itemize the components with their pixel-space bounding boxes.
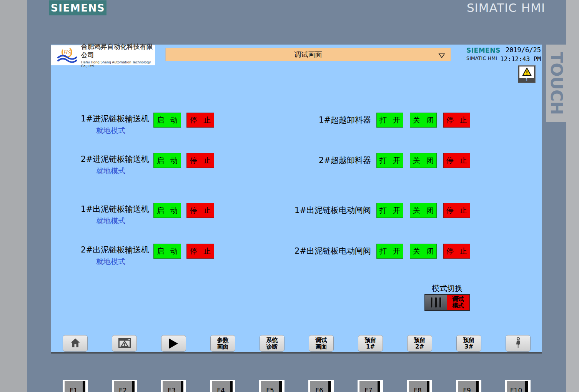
open-button[interactable]: 打 开: [376, 244, 403, 259]
nav-debug-screen-button[interactable]: 调试 画面: [309, 335, 334, 352]
user-login-button[interactable]: [506, 335, 531, 352]
fkey-f3[interactable]: F3: [161, 380, 186, 392]
screen-selector-dropdown[interactable]: 调试画面: [165, 48, 451, 61]
device-row-unloader-2: 2#超越卸料器 打 开 关 闭 停 止: [51, 153, 542, 177]
fkey-label: F1: [65, 381, 85, 392]
mode-state-line2: 模式: [453, 302, 464, 309]
touch-label: TOUCH: [547, 52, 566, 115]
fkey-label: F5: [261, 381, 282, 392]
home-button[interactable]: [63, 335, 88, 352]
company-name-en: Hefei Hong Sheng Automation Technology C…: [81, 60, 155, 68]
nav-label-line1: 调试: [316, 337, 327, 344]
close-button[interactable]: 关 闭: [410, 153, 437, 168]
alarm-indicator-frame: [519, 66, 534, 78]
siemens-logo: SIEMENS: [49, 0, 106, 15]
fkey-f9[interactable]: F9: [456, 380, 481, 392]
open-button[interactable]: 打 开: [376, 203, 403, 218]
open-button[interactable]: 打 开: [376, 113, 403, 128]
nav-label-line1: 预留: [365, 337, 376, 344]
alarm-window-icon: [118, 337, 131, 350]
open-button[interactable]: 打 开: [376, 153, 403, 168]
device-row-gate-valve-2: 2#出泥链板电动闸阀 打 开 关 闭 停 止: [51, 244, 542, 267]
alarm-count: 1: [518, 77, 535, 82]
nav-label-line2: 2#: [415, 344, 424, 350]
brand-block: SIEMENS SIMATIC HMI: [466, 47, 501, 61]
device-name: 1#出泥链板电动闸阀: [294, 203, 371, 218]
device-row-gate-valve-1: 1#出泥链板电动闸阀 打 开 关 闭 停 止: [51, 203, 542, 227]
close-button[interactable]: 关 闭: [410, 113, 437, 128]
siemens-logo-text: SIEMENS: [51, 2, 105, 14]
stop-button[interactable]: 停 止: [443, 153, 470, 168]
mode-switch-state: 调试 模式: [447, 295, 469, 310]
fkey-f7[interactable]: F7: [358, 380, 383, 392]
warning-triangle-icon: [522, 67, 532, 78]
company-name-cn: 合肥鸿昇自动化科技有限公司: [81, 43, 155, 60]
nav-label-line1: 预留: [463, 337, 475, 344]
fkey-label: F2: [114, 381, 135, 392]
nav-label-line2: 3#: [464, 344, 473, 350]
fkey-f4[interactable]: F4: [210, 380, 235, 392]
bezel-right-strip: [566, 0, 579, 392]
fkey-label: F6: [310, 381, 331, 392]
nav-label-line2: 诊断: [266, 344, 278, 350]
nav-system-diagnostics-button[interactable]: 系统 诊断: [260, 335, 285, 352]
brand-simatic-text: SIMATIC HMI: [466, 56, 501, 61]
forward-button[interactable]: [161, 335, 186, 352]
hmi-screen: HS 合肥鸿昇自动化科技有限公司 Hefei Hong Sheng Automa…: [51, 45, 542, 354]
brand-siemens-text: SIEMENS: [466, 47, 501, 54]
toggle-grip-handle[interactable]: [425, 295, 447, 310]
mode-state-line1: 调试: [453, 296, 464, 302]
close-button[interactable]: 关 闭: [410, 244, 437, 259]
nav-reserved-2-button[interactable]: 预留 2#: [407, 335, 432, 352]
grip-line: [431, 297, 433, 307]
fkey-label: F8: [409, 381, 429, 392]
device-name: 2#出泥链板电动闸阀: [294, 244, 371, 259]
chevron-down-icon: [438, 52, 445, 60]
nav-reserved-3-button[interactable]: 预留 3#: [456, 335, 481, 352]
fkey-f2[interactable]: F2: [112, 380, 137, 392]
fkey-f8[interactable]: F8: [407, 380, 432, 392]
grip-line: [435, 297, 437, 307]
close-button[interactable]: 关 闭: [410, 203, 437, 218]
alarm-indicator-button[interactable]: 1: [518, 65, 536, 83]
stop-button[interactable]: 停 止: [443, 113, 470, 128]
fkey-label: F9: [458, 381, 479, 392]
alarm-window-button[interactable]: [112, 335, 137, 352]
user-icon: [513, 337, 523, 350]
nav-reserved-1-button[interactable]: 预留 1#: [358, 335, 383, 352]
nav-param-screen-button[interactable]: 参数 画面: [210, 335, 235, 352]
company-names: 合肥鸿昇自动化科技有限公司 Hefei Hong Sheng Automatio…: [81, 43, 155, 68]
fkey-label: F4: [212, 381, 233, 392]
play-icon: [169, 339, 178, 349]
touch-branding-strip: TOUCH: [546, 45, 566, 122]
nav-label-line2: 1#: [366, 344, 375, 350]
datetime-block: 2019/6/25 12:12:43 PM: [500, 47, 541, 62]
home-icon: [69, 337, 82, 350]
nav-label-line1: 系统: [266, 337, 278, 344]
nav-label-line1: 参数: [217, 337, 229, 344]
svg-text:HS: HS: [63, 50, 71, 55]
fkey-label: F3: [163, 381, 183, 392]
device-name: 2#超越卸料器: [319, 153, 371, 168]
nav-label-line2: 画面: [217, 344, 229, 350]
company-logo-box: HS 合肥鸿昇自动化科技有限公司 Hefei Hong Sheng Automa…: [51, 45, 155, 65]
fkey-label: F10: [507, 381, 528, 392]
stop-button[interactable]: 停 止: [443, 203, 470, 218]
nav-label-line2: 画面: [316, 344, 327, 350]
stop-button[interactable]: 停 止: [443, 244, 470, 259]
fkey-label: F7: [359, 381, 380, 392]
device-row-unloader-1: 1#超越卸料器 打 开 关 闭 停 止: [51, 113, 542, 136]
time-display: 12:12:43 PM: [500, 56, 541, 62]
mode-switch-label: 模式切换: [409, 283, 486, 294]
nav-label-line1: 预留: [414, 337, 426, 344]
fkey-f5[interactable]: F5: [259, 380, 285, 392]
device-name: 1#超越卸料器: [319, 113, 371, 128]
simatic-hmi-label: SIMATIC HMI: [465, 1, 547, 15]
mode-switch-toggle[interactable]: 调试 模式: [424, 294, 470, 311]
fkey-f6[interactable]: F6: [308, 380, 334, 392]
fkey-f1[interactable]: F1: [63, 380, 88, 392]
company-logo-icon: HS: [57, 46, 78, 65]
fkey-f10[interactable]: F10: [505, 380, 531, 392]
grip-line: [439, 297, 441, 307]
date-display: 2019/6/25: [500, 47, 541, 53]
